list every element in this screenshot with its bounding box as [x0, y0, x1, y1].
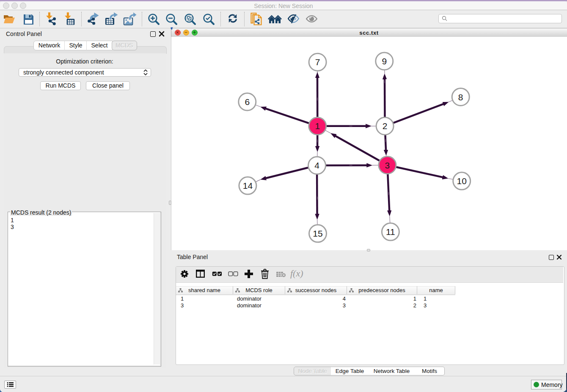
svg-text:9: 9	[382, 56, 387, 66]
svg-text:14: 14	[243, 181, 253, 190]
svg-text:10: 10	[457, 176, 467, 186]
svg-text:3: 3	[385, 160, 390, 170]
svg-text:7: 7	[315, 57, 320, 67]
svg-text:6: 6	[245, 97, 250, 107]
svg-text:2: 2	[383, 121, 388, 131]
svg-text:11: 11	[386, 227, 395, 237]
svg-text:15: 15	[313, 229, 322, 238]
svg-text:4: 4	[314, 160, 319, 170]
svg-text:8: 8	[458, 92, 463, 102]
svg-text:1: 1	[315, 121, 320, 131]
